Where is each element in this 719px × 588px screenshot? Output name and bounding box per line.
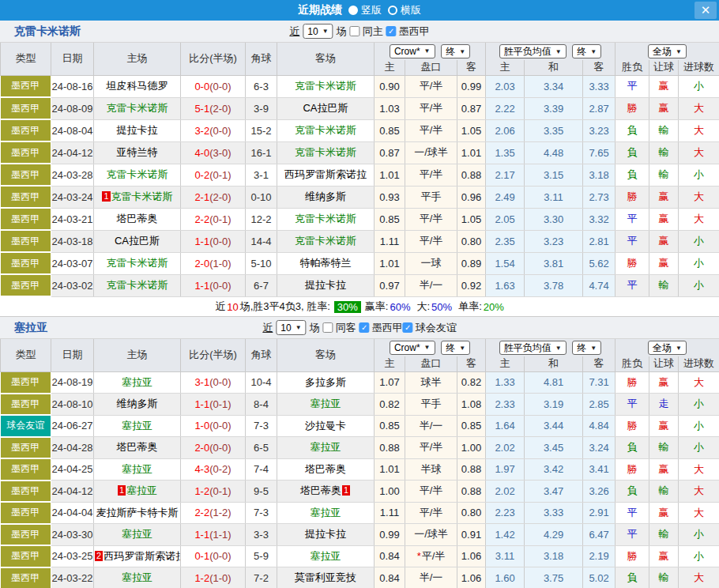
- match-count-select[interactable]: 10 ▼: [303, 24, 333, 39]
- competition-type[interactable]: 墨西甲: [1, 458, 51, 481]
- away-team[interactable]: 塞拉亚: [277, 545, 375, 567]
- odds-company-select[interactable]: Crow*▼: [390, 341, 435, 355]
- competition-type[interactable]: 墨西甲: [1, 141, 51, 164]
- same-venue-filter[interactable]: 同主: [350, 24, 383, 39]
- checkbox-checked-icon[interactable]: ✓: [403, 322, 413, 333]
- league-filter[interactable]: ✓墨西甲: [360, 321, 403, 335]
- competition-type[interactable]: 墨西甲: [1, 567, 51, 588]
- home-team[interactable]: 塞拉亚: [94, 524, 181, 546]
- mean-type-select[interactable]: 胜平负均值▼: [499, 341, 567, 355]
- home-team[interactable]: 塔巴蒂奥: [94, 437, 181, 459]
- competition-type[interactable]: 墨西甲: [1, 524, 51, 546]
- competition-type[interactable]: 墨西甲: [1, 274, 51, 296]
- home-team[interactable]: 塞拉亚: [94, 371, 181, 394]
- result-goals: 小: [679, 75, 719, 97]
- competition-type[interactable]: 墨西甲: [1, 208, 51, 230]
- mean-type-select[interactable]: 胜平负均值▼: [499, 44, 567, 58]
- home-team[interactable]: 1塞拉亚: [94, 481, 181, 503]
- checkbox-checked-icon[interactable]: ✓: [360, 322, 370, 333]
- home-team[interactable]: 维纳多斯: [94, 394, 181, 416]
- mean-away-odds: 2.85: [583, 394, 615, 416]
- home-team[interactable]: 坦皮科马德罗: [94, 75, 181, 97]
- scope-select[interactable]: 全场▼: [648, 44, 687, 58]
- competition-type[interactable]: 墨西甲: [1, 230, 51, 252]
- away-team[interactable]: 塔巴蒂奥: [277, 458, 375, 481]
- result-wdl: 負: [615, 119, 649, 141]
- team-name[interactable]: 塞拉亚: [0, 321, 47, 335]
- near-label[interactable]: 近: [289, 24, 299, 39]
- home-team[interactable]: 克雷卡米诺斯: [94, 252, 181, 274]
- away-team[interactable]: 沙拉曼卡: [277, 415, 375, 437]
- away-team[interactable]: 多拉多斯: [277, 371, 375, 394]
- away-team[interactable]: 克雷卡米诺斯: [277, 119, 375, 141]
- home-team[interactable]: 塞拉亚: [94, 567, 181, 588]
- competition-type[interactable]: 墨西甲: [1, 186, 51, 208]
- away-team[interactable]: 克雷卡米诺斯: [277, 75, 375, 97]
- away-team[interactable]: 维纳多斯: [277, 186, 375, 208]
- odds-company-select[interactable]: Crow*▼: [390, 44, 435, 58]
- home-team[interactable]: 塞拉亚: [94, 415, 181, 437]
- mean-final-select[interactable]: 终▼: [572, 44, 601, 58]
- competition-type[interactable]: 墨西甲: [1, 545, 51, 567]
- mean-home-odds: 2.02: [486, 437, 525, 459]
- handicap-text: 一/球半: [414, 146, 448, 158]
- competition-type[interactable]: 墨西甲: [1, 371, 51, 394]
- home-team[interactable]: 提拉卡拉: [94, 119, 181, 141]
- home-team[interactable]: 克雷卡米诺斯: [94, 97, 181, 119]
- away-team[interactable]: 克雷卡米诺斯: [277, 208, 375, 230]
- checkbox-checked-icon[interactable]: ✓: [386, 26, 397, 36]
- checkbox-unchecked-icon[interactable]: [350, 26, 360, 36]
- chevron-down-icon: ▼: [296, 324, 302, 331]
- layout-vertical-option[interactable]: 竖版: [348, 3, 382, 17]
- home-team[interactable]: 亚特兰特: [94, 141, 181, 164]
- home-team[interactable]: 2西玛罗雷斯索诺拉: [94, 545, 181, 567]
- away-team[interactable]: 特帕蒂特兰: [277, 252, 375, 274]
- league-filter[interactable]: ✓墨西甲: [386, 24, 430, 39]
- team-name[interactable]: 克雷卡米诺斯: [0, 24, 81, 39]
- home-team[interactable]: 塔巴蒂奥: [94, 208, 181, 230]
- result-goals: 小: [679, 394, 719, 416]
- odds-final-select[interactable]: 终▼: [441, 44, 470, 58]
- match-count-select[interactable]: 10 ▼: [276, 320, 306, 335]
- away-team[interactable]: CA拉巴斯: [277, 97, 375, 119]
- scope-select[interactable]: 全场▼: [648, 341, 687, 355]
- competition-type[interactable]: 墨西甲: [1, 119, 51, 141]
- away-team[interactable]: 提拉卡拉: [277, 524, 375, 546]
- away-team[interactable]: 塔巴蒂奥1: [277, 481, 375, 503]
- competition-type[interactable]: 墨西甲: [1, 75, 51, 97]
- competition-type[interactable]: 墨西甲: [1, 437, 51, 459]
- away-team[interactable]: 克雷卡米诺斯: [277, 230, 375, 252]
- home-team[interactable]: 麦拉斯萨卡特卡斯: [94, 502, 181, 524]
- away-team[interactable]: 提拉卡拉: [277, 274, 375, 296]
- home-team[interactable]: 1克雷卡米诺斯: [94, 186, 181, 208]
- competition-type[interactable]: 墨西甲: [1, 502, 51, 524]
- away-team[interactable]: 塞拉亚: [277, 502, 375, 524]
- home-team[interactable]: 克雷卡米诺斯: [94, 274, 181, 296]
- away-team[interactable]: 克雷卡米诺斯: [277, 141, 375, 164]
- layout-horizontal-option[interactable]: 横版: [388, 3, 421, 17]
- away-team[interactable]: 西玛罗雷斯索诺拉: [277, 164, 375, 186]
- competition-type[interactable]: 墨西甲: [1, 481, 51, 503]
- competition-type[interactable]: 球会友谊: [1, 415, 51, 437]
- odds-final-select[interactable]: 终▼: [441, 341, 470, 355]
- competition-type[interactable]: 墨西甲: [1, 394, 51, 416]
- mean-final-select[interactable]: 终▼: [572, 341, 601, 355]
- mean-away-odds: 7.31: [583, 371, 615, 394]
- competition-type[interactable]: 墨西甲: [1, 252, 51, 274]
- league-filter[interactable]: ✓球会友谊: [403, 321, 457, 335]
- away-team[interactable]: 塞拉亚: [277, 437, 375, 459]
- radio-unselected-icon[interactable]: [388, 6, 397, 15]
- near-label[interactable]: 近: [262, 321, 273, 335]
- home-team[interactable]: 克雷卡米诺斯: [94, 164, 181, 186]
- competition-type[interactable]: 墨西甲: [1, 164, 51, 186]
- away-team[interactable]: 莫雷利亚竞技: [277, 567, 375, 588]
- same-venue-filter[interactable]: 同客: [323, 321, 356, 335]
- home-team[interactable]: CA拉巴斯: [94, 230, 181, 252]
- close-button[interactable]: ✕: [695, 2, 717, 19]
- away-team[interactable]: 塞拉亚: [277, 394, 375, 416]
- checkbox-unchecked-icon[interactable]: [323, 322, 333, 333]
- mean-home-odds: 2.17: [486, 164, 525, 186]
- home-team[interactable]: 塞拉亚: [94, 458, 181, 481]
- competition-type[interactable]: 墨西甲: [1, 97, 51, 119]
- radio-selected-icon[interactable]: [348, 6, 358, 15]
